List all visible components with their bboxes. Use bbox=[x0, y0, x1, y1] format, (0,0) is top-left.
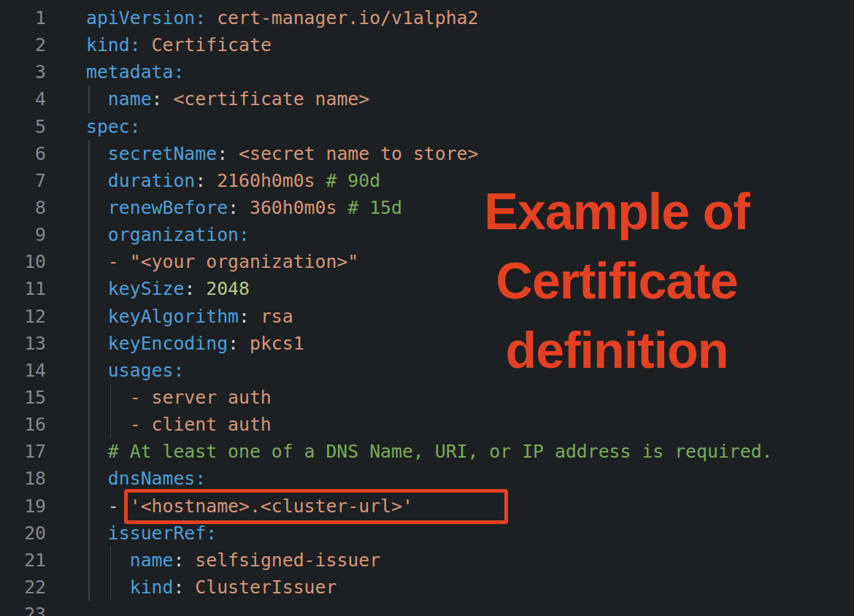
code-token: : bbox=[217, 143, 228, 164]
indent-guide bbox=[110, 574, 112, 601]
highlight-box bbox=[124, 489, 508, 524]
code-line-content bbox=[86, 601, 854, 616]
code-token: 2048 bbox=[195, 278, 250, 299]
code-token: : bbox=[195, 7, 206, 28]
code-token: pkcs1 bbox=[239, 333, 304, 354]
line-number: 4 bbox=[0, 85, 46, 112]
line-number: 12 bbox=[0, 303, 46, 330]
indent-guide bbox=[88, 574, 90, 601]
code-token: apiVersion bbox=[86, 7, 195, 28]
code-token: : bbox=[130, 34, 141, 55]
code-line-content: name: <certificate name> bbox=[86, 85, 854, 112]
line-number: 7 bbox=[0, 167, 46, 194]
code-line-content: apiVersion: cert-manager.io/v1alpha2 bbox=[86, 4, 854, 31]
code-token: usages bbox=[108, 360, 174, 381]
code-token: # At least one of a DNS Name, URI, or IP… bbox=[108, 441, 773, 462]
code-token: # 15d bbox=[347, 197, 402, 218]
line-number: 20 bbox=[0, 520, 46, 547]
indent-guide bbox=[88, 493, 90, 520]
code-token bbox=[86, 550, 130, 571]
code-token: : bbox=[239, 224, 250, 245]
indent-guide bbox=[88, 520, 90, 547]
line-number: 14 bbox=[0, 357, 46, 384]
indent-guide bbox=[88, 411, 90, 438]
code-line-content: name: selfsigned-issuer bbox=[86, 547, 854, 574]
annotation-line: Certificate bbox=[449, 247, 785, 316]
indent-guide bbox=[88, 248, 90, 275]
line-number: 17 bbox=[0, 438, 46, 465]
code-token: - client auth bbox=[130, 414, 272, 435]
code-token: ClusterIssuer bbox=[184, 577, 336, 598]
code-line-content: kind: ClusterIssuer bbox=[86, 574, 854, 601]
code-token: : bbox=[173, 577, 184, 598]
yaml-editor-screenshot: 1apiVersion: cert-manager.io/v1alpha22ki… bbox=[0, 0, 854, 616]
code-line-content: # At least one of a DNS Name, URI, or IP… bbox=[86, 438, 854, 465]
code-line: 2kind: Certificate bbox=[0, 31, 854, 58]
code-line: 16 - client auth bbox=[0, 411, 854, 438]
code-token: # 90d bbox=[326, 170, 380, 191]
annotation-line: definition bbox=[449, 316, 785, 385]
line-number: 21 bbox=[0, 547, 46, 574]
code-line: 17 # At least one of a DNS Name, URI, or… bbox=[0, 438, 854, 465]
indent-guide bbox=[88, 330, 90, 357]
indent-guide bbox=[88, 194, 90, 221]
line-number: 22 bbox=[0, 574, 46, 601]
code-line-content: - client auth bbox=[86, 411, 854, 438]
code-token: secretName bbox=[108, 143, 217, 164]
code-token: : bbox=[130, 116, 141, 137]
indent-guide bbox=[88, 357, 90, 384]
indent-guide bbox=[110, 547, 112, 574]
code-line: 5spec: bbox=[0, 113, 854, 140]
code-token: : bbox=[195, 468, 206, 489]
line-number: 19 bbox=[0, 493, 46, 520]
code-token: 2160h0m0s bbox=[206, 170, 326, 191]
code-token: - "<your organization>" bbox=[108, 251, 358, 272]
code-token: : bbox=[152, 88, 163, 109]
code-token: duration bbox=[108, 170, 195, 191]
code-line: 23 bbox=[0, 601, 854, 616]
line-number: 1 bbox=[0, 4, 46, 31]
code-token: - server auth bbox=[130, 387, 272, 408]
line-number: 13 bbox=[0, 330, 46, 357]
code-line: 1apiVersion: cert-manager.io/v1alpha2 bbox=[0, 4, 854, 31]
code-token bbox=[86, 387, 130, 408]
line-number: 15 bbox=[0, 384, 46, 411]
code-token: 360h0m0s bbox=[239, 197, 347, 218]
indent-guide bbox=[110, 411, 112, 438]
line-number: 10 bbox=[0, 248, 46, 275]
code-token: Certificate bbox=[141, 34, 272, 55]
annotation-line: Example of bbox=[449, 177, 785, 247]
code-line-content: secretName: <secret name to store> bbox=[86, 140, 854, 167]
code-token: name bbox=[130, 550, 174, 571]
indent-guide bbox=[88, 221, 90, 248]
line-number: 18 bbox=[0, 465, 46, 492]
code-token: : bbox=[206, 523, 217, 544]
code-line-content: - server auth bbox=[86, 384, 854, 411]
code-line: 22 kind: ClusterIssuer bbox=[0, 574, 854, 601]
code-token: keyAlgorithm bbox=[108, 306, 239, 327]
indent-guide bbox=[88, 275, 90, 302]
indent-guide bbox=[88, 547, 90, 574]
indent-guide bbox=[110, 384, 112, 411]
indent-guide bbox=[88, 140, 90, 167]
code-line: 3metadata: bbox=[0, 58, 854, 85]
indent-guide bbox=[88, 465, 90, 492]
line-number: 8 bbox=[0, 194, 46, 221]
code-token: : bbox=[173, 360, 184, 381]
indent-guide bbox=[88, 438, 90, 465]
code-line-content: metadata: bbox=[86, 58, 854, 85]
indent-guide bbox=[88, 303, 90, 330]
code-token: keyEncoding bbox=[108, 333, 228, 354]
code-token bbox=[86, 577, 130, 598]
code-token: : bbox=[184, 278, 195, 299]
code-token: spec bbox=[86, 116, 130, 137]
code-line: 18 dnsNames: bbox=[0, 465, 854, 492]
code-token: : bbox=[228, 333, 239, 354]
line-number: 11 bbox=[0, 275, 46, 302]
code-token: name bbox=[108, 88, 152, 109]
line-number: 3 bbox=[0, 58, 46, 85]
indent-guide bbox=[88, 85, 90, 112]
line-number: 5 bbox=[0, 113, 46, 140]
code-token bbox=[86, 414, 130, 435]
code-token: <secret name to store> bbox=[228, 143, 478, 164]
